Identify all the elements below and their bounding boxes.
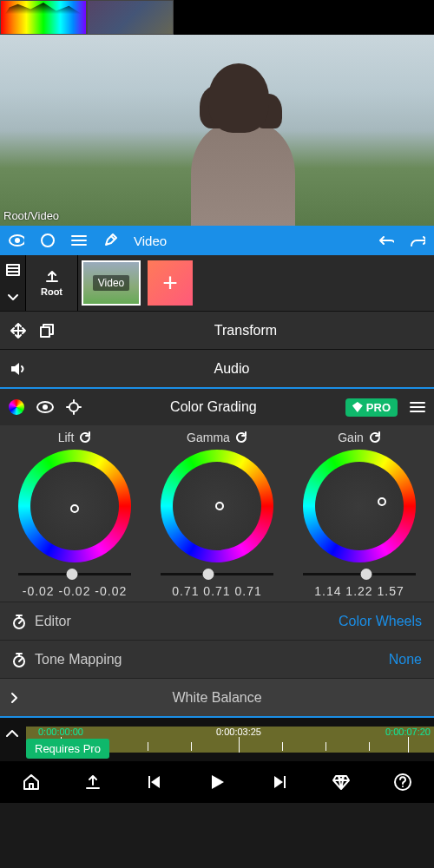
step-back-icon[interactable] <box>145 772 166 792</box>
wheel-handle[interactable] <box>70 504 79 513</box>
bottom-nav <box>0 761 434 803</box>
tone-mapping-value: None <box>389 652 422 667</box>
white-balance-row[interactable]: White Balance <box>0 678 434 716</box>
visibility-icon[interactable] <box>9 234 24 247</box>
menu-icon[interactable] <box>410 401 425 413</box>
editor-label: Editor <box>35 614 339 629</box>
color-wheel-gain[interactable]: Gain 1.14 1.22 1.57 <box>292 431 427 598</box>
help-icon[interactable] <box>392 772 413 792</box>
timecode: 0:00:07:20 <box>385 727 431 737</box>
color-wheel[interactable] <box>303 450 416 562</box>
redo-icon[interactable] <box>410 234 425 247</box>
plus-icon: + <box>162 268 178 298</box>
slider-handle[interactable] <box>67 569 78 580</box>
wheel-values: -0.02 -0.02 -0.02 <box>23 584 128 598</box>
toolbar: Video <box>0 226 434 255</box>
pro-badge[interactable]: PRO <box>345 398 398 417</box>
panel-title: Color Grading <box>94 399 333 415</box>
diamond-icon <box>352 402 363 412</box>
svg-point-13 <box>402 786 404 787</box>
clip-thumbnail[interactable]: Video <box>82 260 141 306</box>
video-frame <box>0 35 434 226</box>
chevron-up-icon[interactable] <box>5 728 19 739</box>
svg-point-2 <box>42 234 54 247</box>
menu-icon[interactable] <box>71 234 87 247</box>
speaker-icon <box>10 362 26 376</box>
stopwatch-icon <box>12 614 35 629</box>
move-icon <box>10 323 26 339</box>
clip-thumbnail-label: Video <box>93 275 129 291</box>
tone-mapping-label: Tone Mapping <box>35 652 389 667</box>
audio-row[interactable]: Audio <box>0 349 434 387</box>
wheel-handle[interactable] <box>378 497 386 506</box>
copy-icon <box>40 324 54 338</box>
scope-histogram[interactable] <box>0 0 87 35</box>
color-wheel[interactable] <box>18 450 131 562</box>
export-icon[interactable] <box>82 772 103 792</box>
root-button[interactable]: Root <box>26 255 78 311</box>
color-wheels: Lift -0.02 -0.02 -0.02 Gamma 0.71 0.71 0… <box>0 425 434 602</box>
requires-pro-badge[interactable]: Requires Pro <box>26 739 109 759</box>
wheel-title: Lift <box>58 431 92 444</box>
chevron-right-icon <box>10 692 33 704</box>
timeline[interactable]: 0:00:00:00 0:00:03:25 0:00:07:20 Require… <box>0 718 434 761</box>
editor-value: Color Wheels <box>339 614 422 629</box>
wheel-values: 0.71 0.71 0.71 <box>172 584 262 598</box>
tone-mapping-row[interactable]: Tone Mapping None <box>0 640 434 678</box>
timecode: 0:00:00:00 <box>38 727 83 737</box>
reset-icon[interactable] <box>369 431 381 444</box>
slider-handle[interactable] <box>360 569 372 580</box>
svg-point-1 <box>15 238 20 243</box>
audio-label: Audio <box>40 361 424 377</box>
editor-setting-row[interactable]: Editor Color Wheels <box>0 602 434 640</box>
undo-icon[interactable] <box>378 234 394 247</box>
timecode: 0:00:03:25 <box>216 727 261 737</box>
color-wheel-icon[interactable] <box>9 399 24 415</box>
reset-icon[interactable] <box>79 431 91 444</box>
toolbar-title: Video <box>134 233 167 248</box>
wheel-values: 1.14 1.22 1.57 <box>314 584 404 598</box>
step-forward-icon[interactable] <box>268 772 289 792</box>
clip-path-label: Root/Video <box>3 209 59 222</box>
color-wheel[interactable] <box>161 450 273 562</box>
pro-label: PRO <box>366 401 391 414</box>
wheel-title: Gamma <box>187 431 247 444</box>
home-icon[interactable] <box>21 772 42 792</box>
luma-slider[interactable] <box>18 573 131 575</box>
list-view-icon[interactable] <box>6 264 20 276</box>
color-wheel-lift[interactable]: Lift -0.02 -0.02 -0.02 <box>7 431 142 598</box>
white-balance-label: White Balance <box>172 690 261 706</box>
luma-slider[interactable] <box>161 573 273 575</box>
luma-slider[interactable] <box>303 573 416 575</box>
play-icon[interactable] <box>207 772 227 792</box>
svg-rect-3 <box>7 265 19 275</box>
root-label: Root <box>41 286 62 297</box>
add-clip-button[interactable]: + <box>148 260 193 306</box>
svg-point-7 <box>69 403 78 411</box>
color-wheel-gamma[interactable]: Gamma 0.71 0.71 0.71 <box>149 431 285 598</box>
diamond-icon[interactable] <box>331 772 352 792</box>
reset-icon[interactable] <box>235 431 247 444</box>
svg-rect-11 <box>284 776 286 788</box>
svg-rect-10 <box>148 776 150 788</box>
transform-label: Transform <box>68 323 424 339</box>
transform-row[interactable]: Transform <box>0 311 434 349</box>
color-grading-panel: Color Grading PRO Lift -0.02 -0.02 -0.02… <box>0 387 434 718</box>
scope-vectorscope[interactable] <box>87 0 174 35</box>
video-preview[interactable]: Root/Video <box>0 0 434 226</box>
slider-handle[interactable] <box>202 569 214 580</box>
target-icon[interactable] <box>66 399 82 415</box>
clip-strip: Root Video + <box>0 255 434 311</box>
stopwatch-icon <box>12 652 35 667</box>
circle-icon[interactable] <box>40 233 56 248</box>
wheel-title: Gain <box>338 431 381 444</box>
visibility-icon[interactable] <box>36 401 54 413</box>
wheel-handle[interactable] <box>215 502 224 510</box>
edit-icon[interactable] <box>102 233 118 247</box>
svg-rect-4 <box>41 327 49 337</box>
chevron-down-icon[interactable] <box>7 293 19 302</box>
svg-point-6 <box>43 404 48 410</box>
